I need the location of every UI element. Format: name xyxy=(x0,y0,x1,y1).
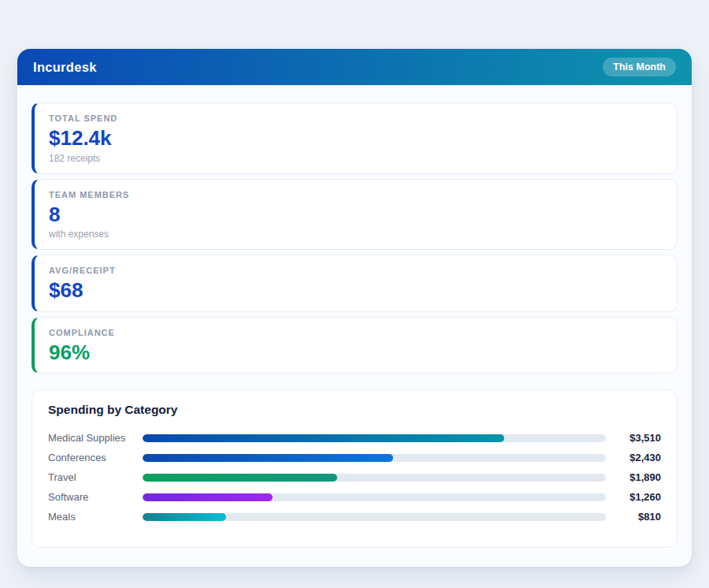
category-value: $810 xyxy=(612,511,661,523)
category-value: $1,260 xyxy=(612,491,661,503)
bar-track xyxy=(143,474,606,482)
chart-rows: Medical Supplies $3,510 Conferences $2,4… xyxy=(48,428,661,527)
bar-fill xyxy=(143,474,337,482)
bar-track xyxy=(143,513,606,521)
stat-cards: TOTAL SPEND $12.4k 182 receipts TEAM MEM… xyxy=(32,102,677,374)
stat-card: TOTAL SPEND $12.4k 182 receipts xyxy=(32,102,677,174)
chart-title: Spending by Category xyxy=(48,403,661,417)
category-row: Software $1,260 xyxy=(48,487,661,507)
category-row: Medical Supplies $3,510 xyxy=(48,428,661,448)
stat-card: TEAM MEMBERS 8 with expenses xyxy=(32,179,677,251)
category-value: $2,430 xyxy=(612,452,661,463)
stat-label: TEAM MEMBERS xyxy=(49,190,663,199)
stat-subtext: with expenses xyxy=(49,229,663,240)
period-badge[interactable]: This Month xyxy=(603,58,676,76)
header: Incurdesk This Month xyxy=(17,49,692,85)
bar-track xyxy=(143,434,606,442)
category-label: Software xyxy=(48,491,143,503)
category-label: Travel xyxy=(48,471,143,483)
stat-label: TOTAL SPEND xyxy=(49,114,663,123)
category-label: Medical Supplies xyxy=(48,432,143,444)
dashboard-panel: Incurdesk This Month TOTAL SPEND $12.4k … xyxy=(17,49,692,567)
stat-value: 96% xyxy=(49,341,663,364)
category-row: Conferences $2,430 xyxy=(48,448,661,467)
panel-content: TOTAL SPEND $12.4k 182 receipts TEAM MEM… xyxy=(17,85,692,567)
category-label: Meals xyxy=(48,511,143,523)
bar-fill xyxy=(143,493,273,501)
app-title: Incurdesk xyxy=(33,60,97,75)
bar-track xyxy=(143,454,606,462)
stat-value: $12.4k xyxy=(49,127,663,150)
category-row: Travel $1,890 xyxy=(48,467,661,487)
bar-fill xyxy=(143,513,226,521)
bar-track xyxy=(143,493,606,501)
stat-subtext: 182 receipts xyxy=(49,153,663,164)
bar-fill xyxy=(143,434,504,442)
stat-card: AVG/RECEIPT $68 xyxy=(32,255,677,312)
category-value: $3,510 xyxy=(612,432,661,444)
bar-fill xyxy=(143,454,393,462)
category-row: Meals $810 xyxy=(48,507,661,527)
spending-chart-card: Spending by Category Medical Supplies $3… xyxy=(32,389,677,548)
stat-label: COMPLIANCE xyxy=(49,328,663,337)
stat-value: 8 xyxy=(49,203,663,226)
stat-card: COMPLIANCE 96% xyxy=(32,317,677,374)
category-label: Conferences xyxy=(48,452,143,463)
stat-value: $68 xyxy=(49,279,663,302)
category-value: $1,890 xyxy=(612,471,661,483)
stat-label: AVG/RECEIPT xyxy=(49,266,663,275)
